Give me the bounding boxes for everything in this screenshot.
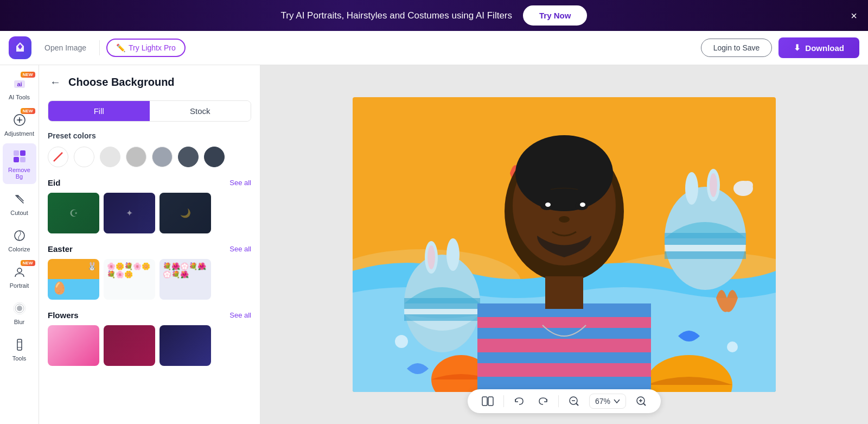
svg-rect-32 bbox=[665, 251, 746, 259]
lightx-icon: ✏️ bbox=[116, 43, 125, 52]
svg-point-40 bbox=[395, 335, 408, 348]
svg-rect-51 bbox=[545, 276, 583, 309]
canvas-image-container bbox=[353, 97, 776, 392]
svg-point-27 bbox=[446, 238, 459, 271]
easter-bg-1[interactable]: 🥚 🐰 bbox=[48, 259, 99, 300]
redo-button[interactable] bbox=[534, 394, 552, 408]
login-save-button[interactable]: Login to Save bbox=[701, 39, 773, 57]
flowers-backgrounds bbox=[48, 325, 251, 366]
try-lightx-label: Try Lightx Pro bbox=[129, 43, 176, 52]
eid-header: Eid See all bbox=[48, 178, 251, 187]
download-icon: ⬇ bbox=[794, 43, 801, 53]
background-tabs: Fill Stock bbox=[48, 100, 251, 122]
easter-header: Easter See all bbox=[48, 244, 251, 254]
svg-point-12 bbox=[17, 306, 22, 311]
darkgray-swatch[interactable] bbox=[178, 147, 199, 167]
canvas-toolbar: 67% bbox=[468, 389, 661, 413]
eid-bg-1[interactable]: ☪ bbox=[48, 193, 99, 233]
svg-point-37 bbox=[742, 181, 753, 189]
gray1-swatch[interactable] bbox=[126, 147, 146, 167]
svg-point-43 bbox=[727, 341, 738, 352]
toolbar-divider-1 bbox=[503, 395, 504, 407]
app-logo bbox=[9, 36, 31, 59]
easter-bg-2[interactable]: 🌸🌼💐🌸🌼💐🌸🌼 bbox=[104, 259, 155, 300]
remove-bg-label: Remove Bg bbox=[6, 167, 33, 180]
sidebar-item-cutout[interactable]: Cutout bbox=[3, 186, 36, 220]
adjustment-new-badge: NEW bbox=[21, 108, 35, 114]
easter-see-all-button[interactable]: See all bbox=[229, 245, 251, 253]
adjustment-label: Adjustment bbox=[4, 130, 34, 137]
svg-rect-58 bbox=[482, 397, 487, 406]
svg-point-33 bbox=[685, 172, 698, 205]
eraser-swatch[interactable] bbox=[48, 147, 68, 167]
tab-stock[interactable]: Stock bbox=[150, 101, 251, 121]
try-now-button[interactable]: Try Now bbox=[523, 5, 587, 26]
blur-label: Blur bbox=[14, 319, 25, 325]
svg-rect-24 bbox=[404, 309, 480, 314]
lightgray-swatch[interactable] bbox=[100, 147, 120, 167]
ai-tools-label: AI Tools bbox=[9, 94, 30, 100]
zoom-level-value: 67% bbox=[595, 397, 610, 406]
sidebar-item-portrait[interactable]: NEW Portrait bbox=[3, 259, 36, 293]
zoom-selector[interactable]: 67% bbox=[589, 394, 626, 409]
tab-fill[interactable]: Fill bbox=[48, 101, 150, 121]
colorize-icon bbox=[11, 227, 28, 244]
svg-rect-48 bbox=[477, 328, 651, 339]
open-image-button[interactable]: Open Image bbox=[38, 40, 93, 55]
cutout-icon bbox=[11, 191, 28, 208]
sidebar-item-ai-tools[interactable]: NEW ai AI Tools bbox=[3, 71, 36, 105]
toolbar-divider-2 bbox=[558, 395, 559, 407]
sidebar-item-tools[interactable]: Tools bbox=[3, 332, 36, 366]
eid-bg-2[interactable]: ✦ bbox=[104, 193, 155, 233]
undo-button[interactable] bbox=[510, 394, 528, 408]
sidebar-item-colorize[interactable]: Colorize bbox=[3, 223, 36, 257]
flowers-see-all-button[interactable]: See all bbox=[229, 311, 251, 319]
eid-section: Eid See all ☪ ✦ 🌙 bbox=[48, 178, 251, 233]
sidebar-item-adjustment[interactable]: NEW Adjustment bbox=[3, 107, 36, 141]
panel-header: ← Choose Background bbox=[48, 74, 251, 91]
banner-close-button[interactable]: × bbox=[851, 9, 857, 22]
blur-icon bbox=[11, 300, 28, 317]
easter-category-name: Easter bbox=[48, 244, 73, 254]
portrait-new-badge: NEW bbox=[21, 260, 35, 266]
header-divider bbox=[99, 40, 100, 55]
svg-point-55 bbox=[545, 202, 551, 207]
canvas-image bbox=[353, 97, 776, 392]
gray2-swatch[interactable] bbox=[152, 147, 173, 167]
back-button[interactable]: ← bbox=[48, 74, 63, 91]
sidebar-item-remove-bg[interactable]: Remove Bg bbox=[3, 143, 36, 184]
easter-bg-3[interactable]: 💐🌺💮💐🌺💮💐🌺 bbox=[159, 259, 211, 300]
zoom-chevron-icon bbox=[614, 399, 620, 403]
zoom-out-button[interactable] bbox=[565, 394, 583, 409]
easter-backgrounds: 🥚 🐰 🌸🌼💐🌸🌼💐🌸🌼 💐🌺💮💐🌺💮💐🌺 bbox=[48, 259, 251, 300]
download-button[interactable]: ⬇ Download bbox=[778, 37, 859, 58]
try-lightx-button[interactable]: ✏️ Try Lightx Pro bbox=[106, 39, 186, 57]
svg-rect-23 bbox=[404, 298, 480, 309]
split-view-button[interactable] bbox=[478, 394, 497, 408]
preset-colors-label: Preset colors bbox=[48, 131, 251, 140]
svg-point-57 bbox=[559, 216, 570, 223]
portrait-label: Portrait bbox=[10, 282, 29, 289]
svg-rect-9 bbox=[20, 157, 25, 162]
zoom-in-button[interactable] bbox=[633, 394, 650, 409]
eid-backgrounds: ☪ ✦ 🌙 bbox=[48, 193, 251, 233]
flowers-bg-3[interactable] bbox=[159, 325, 211, 366]
svg-rect-8 bbox=[14, 157, 19, 162]
tools-icon bbox=[11, 336, 28, 353]
darkest-swatch[interactable] bbox=[204, 147, 225, 167]
canvas-area: 67% bbox=[260, 65, 868, 424]
ai-tools-new-badge: NEW bbox=[21, 72, 35, 78]
sidebar-item-blur[interactable]: Blur bbox=[3, 295, 36, 330]
eid-category-name: Eid bbox=[48, 178, 60, 187]
flowers-bg-2[interactable] bbox=[104, 325, 155, 366]
svg-rect-6 bbox=[14, 150, 19, 156]
eid-bg-3[interactable]: 🌙 bbox=[159, 193, 211, 233]
svg-line-62 bbox=[576, 403, 578, 406]
svg-line-18 bbox=[54, 153, 62, 161]
flowers-section: Flowers See all bbox=[48, 311, 251, 366]
flowers-bg-1[interactable] bbox=[48, 325, 99, 366]
eid-see-all-button[interactable]: See all bbox=[229, 179, 251, 187]
download-label: Download bbox=[805, 43, 844, 53]
white-swatch[interactable] bbox=[74, 147, 94, 167]
svg-point-11 bbox=[17, 268, 22, 273]
